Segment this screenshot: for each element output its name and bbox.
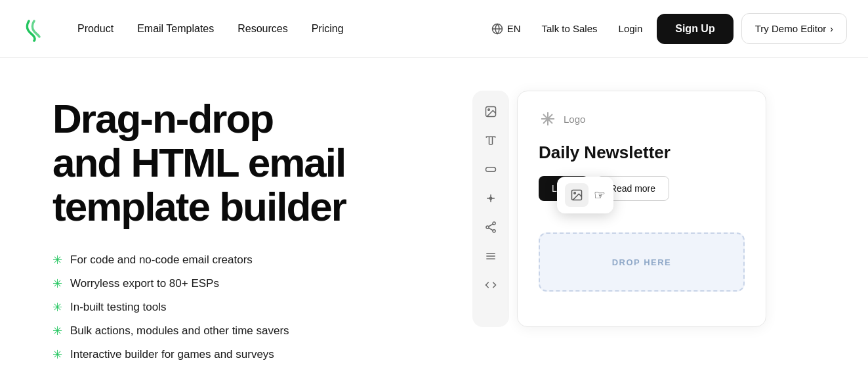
login-button[interactable]: Login (612, 18, 650, 39)
cursor-icon: ☞ (594, 187, 606, 203)
nav-product[interactable]: Product (68, 18, 123, 40)
nav-pricing[interactable]: Pricing (302, 18, 353, 40)
feature-item: ✳ In-built testing tools (52, 300, 433, 315)
editor-preview: Logo Daily Newsletter Learn Read more (472, 91, 816, 327)
nav-right: EN Talk to Sales Login Sign Up Try Demo … (485, 13, 847, 44)
code-tool-button[interactable] (478, 272, 504, 298)
preview-logo-row: Logo (539, 110, 745, 128)
features-list: ✳ For code and no-code email creators ✳ … (52, 253, 433, 362)
drag-widget: ☞ (557, 177, 613, 213)
nav-resources[interactable]: Resources (228, 18, 297, 40)
star-icon: ✳ (52, 253, 62, 267)
feature-item: ✳ Bulk actions, modules and other time s… (52, 324, 433, 338)
nav-email-templates[interactable]: Email Templates (128, 18, 223, 40)
svg-line-11 (489, 228, 493, 230)
drag-image-icon (565, 183, 589, 207)
structure-tool-button[interactable] (478, 185, 504, 211)
drop-zone[interactable]: DROP HERE (539, 232, 745, 292)
hero-section: Drag-n-dropand HTML emailtemplate builde… (0, 58, 868, 362)
tool-sidebar (472, 91, 509, 327)
feature-item: ✳ Worryless export to 80+ ESPs (52, 276, 433, 291)
preview-newsletter-title: Daily Newsletter (539, 143, 745, 163)
star-icon: ✳ (52, 347, 62, 362)
feature-item: ✳ For code and no-code email creators (52, 253, 433, 267)
svg-point-7 (493, 222, 495, 225)
signup-button[interactable]: Sign Up (657, 14, 733, 44)
drop-zone-label: DROP HERE (612, 257, 672, 267)
navbar: Product Email Templates Resources Pricin… (0, 0, 868, 58)
text-tool-button[interactable] (478, 127, 504, 154)
email-preview-card: Logo Daily Newsletter Learn Read more (517, 91, 766, 327)
svg-line-10 (489, 224, 493, 226)
button-tool-button[interactable] (478, 156, 504, 183)
svg-rect-3 (486, 167, 496, 172)
star-icon: ✳ (52, 276, 62, 291)
hero-left: Drag-n-dropand HTML emailtemplate builde… (52, 97, 433, 362)
svg-point-8 (486, 226, 489, 229)
star-icon: ✳ (52, 324, 62, 338)
preview-logo-text: Logo (564, 114, 585, 125)
lang-label: EN (507, 23, 521, 34)
svg-point-9 (493, 230, 495, 232)
chevron-right-icon: › (830, 24, 833, 34)
talk-to-sales-button[interactable]: Talk to Sales (535, 18, 604, 39)
logo[interactable] (21, 16, 47, 42)
hero-title: Drag-n-dropand HTML emailtemplate builde… (52, 97, 433, 229)
demo-editor-button[interactable]: Try Demo Editor › (741, 13, 847, 44)
image-tool-button[interactable] (478, 99, 504, 125)
svg-point-2 (488, 109, 490, 111)
feature-item: ✳ Interactive builder for games and surv… (52, 347, 433, 362)
menu-tool-button[interactable] (478, 243, 504, 269)
star-icon: ✳ (52, 300, 62, 315)
nav-links: Product Email Templates Resources Pricin… (68, 18, 485, 40)
share-tool-button[interactable] (478, 214, 504, 240)
svg-point-20 (574, 192, 576, 194)
language-switcher[interactable]: EN (485, 18, 527, 40)
